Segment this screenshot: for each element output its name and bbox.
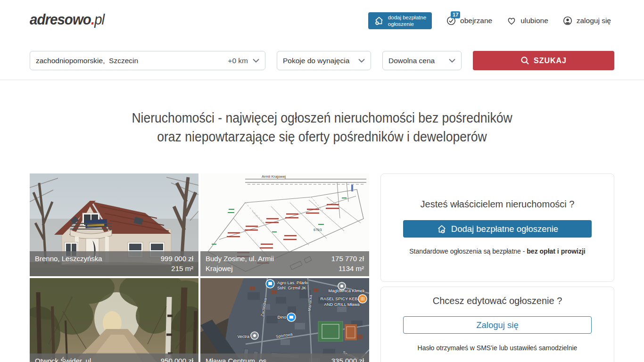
logo-name: adresowo xyxy=(30,11,91,28)
page-title: Nieruchomości - najwięcej ogłoszeń nieru… xyxy=(32,108,611,146)
listing-caption: Otwock Świder, ul. 950 000 zł xyxy=(30,354,198,362)
property-type-value: Pokoje do wynajęcia xyxy=(283,57,349,65)
listing-card[interactable]: Armii Krajowej 675/3 Budy Zosine, xyxy=(200,173,369,276)
listing-price: 999 000 zł xyxy=(161,254,193,263)
listing-card[interactable]: Otwock Świder, ul. 950 000 zł xyxy=(30,278,198,362)
search-button[interactable]: SZUKAJ xyxy=(473,51,614,70)
poi-label: Maglownica Klimek xyxy=(328,288,365,293)
poi-label: Vectra xyxy=(237,334,249,339)
person-circle-icon xyxy=(562,16,573,26)
listing-card[interactable]: Brenno, Leszczyńska 999 000 zł 215 m² xyxy=(30,173,198,276)
viewed-link[interactable]: 17 obejrzane xyxy=(446,16,492,26)
header-actions: dodaj bezpłatne ogłoszenie 17 obejrzane … xyxy=(368,12,611,29)
price-select[interactable]: Dowolna cena xyxy=(382,51,462,70)
poi-label: Dino xyxy=(277,315,286,320)
svg-text:675/3: 675/3 xyxy=(314,228,322,231)
listing-location: Budy Zosine, ul. Armii Krajowej xyxy=(206,254,297,273)
listing-caption: Mława Centrum, os. 335 000 zł xyxy=(200,354,369,362)
viewed-count-badge: 17 xyxy=(451,11,460,18)
search-bar: zachodniopomorskie, Szczecin +0 km Pokoj… xyxy=(30,51,614,70)
sidebar-login-button[interactable]: Zaloguj się xyxy=(403,316,592,334)
edit-card: Chcesz edytować ogłoszenie ? Zaloguj się… xyxy=(380,287,614,362)
favorites-label: ulubione xyxy=(520,16,548,25)
edit-card-note: Hasło otrzymałeś w SMS'ie lub ustawiłeś … xyxy=(381,344,614,352)
price-value: Dowolna cena xyxy=(388,57,435,65)
add-listing-button[interactable]: dodaj bezpłatne ogłoszenie xyxy=(368,12,432,29)
poi-label: AND GRILL Mława xyxy=(324,302,360,307)
owner-note-regular: Standardowe ogłoszenia są bezpłatne - xyxy=(409,247,527,255)
site-logo[interactable]: adresowo.pl xyxy=(30,11,104,28)
poi-label: RASEL SPICY KEBAB xyxy=(320,296,363,301)
listing-location: Brenno, Leszczyńska xyxy=(35,254,102,273)
property-type-select[interactable]: Pokoje do wynajęcia xyxy=(277,51,371,70)
owner-note-bold: bez opłat i prowizji xyxy=(527,247,585,255)
page: adresowo.pl dodaj bezpłatne ogłoszenie xyxy=(0,0,644,362)
heart-icon xyxy=(506,16,517,26)
plot-road-label: Armii Krajowej xyxy=(262,174,286,179)
radius-select[interactable]: +0 km xyxy=(228,57,259,65)
header-divider xyxy=(0,80,644,80)
listing-area: 1134 m² xyxy=(331,263,364,273)
listing-location: Mława Centrum, os. xyxy=(206,356,268,362)
poi-label: Stihl. Grzmil JK xyxy=(277,286,306,290)
page-title-line2: oraz niepowtarzające się oferty pośredni… xyxy=(32,127,611,146)
owner-card: Jesteś właścicielem nieruchomości ? Doda… xyxy=(380,173,614,282)
listing-card[interactable]: Zachodnia Mariacka Sportowa Sportowa Agr… xyxy=(200,278,369,362)
listing-price: 950 000 zł xyxy=(161,356,193,362)
add-listing-label-line2: ogłoszenie xyxy=(388,21,426,27)
add-listing-label-line1: dodaj bezpłatne xyxy=(388,14,426,21)
chevron-down-icon xyxy=(449,58,455,63)
location-value: zachodniopomorskie, Szczecin xyxy=(36,57,138,65)
owner-card-note: Standardowe ogłoszenia są bezpłatne - be… xyxy=(381,247,614,255)
location-input[interactable]: zachodniopomorskie, Szczecin +0 km xyxy=(30,51,265,70)
listing-area: 215 m² xyxy=(161,263,193,273)
login-link[interactable]: zaloguj się xyxy=(562,16,611,26)
viewed-label: obejrzane xyxy=(460,16,492,25)
radius-value: +0 km xyxy=(228,57,248,65)
listing-caption: Budy Zosine, ul. Armii Krajowej 175 770 … xyxy=(200,251,369,276)
listing-price: 175 770 zł xyxy=(331,254,364,263)
favorites-link[interactable]: ulubione xyxy=(506,16,548,26)
chevron-down-icon xyxy=(253,58,259,63)
house-plus-icon xyxy=(437,224,447,234)
listing-price: 335 000 zł xyxy=(331,356,364,362)
listing-location: Otwock Świder, ul. xyxy=(35,356,93,362)
edit-card-title: Chcesz edytować ogłoszenie ? xyxy=(381,296,614,306)
logo-tld: pl xyxy=(94,11,104,28)
login-label: zaloguj się xyxy=(577,16,611,25)
forest-road-photo xyxy=(30,278,198,362)
magnifier-icon xyxy=(520,56,529,65)
search-button-label: SZUKAJ xyxy=(534,57,567,65)
sidebar-login-label: Zaloguj się xyxy=(476,320,518,330)
page-title-line1: Nieruchomości - najwięcej ogłoszeń nieru… xyxy=(32,108,611,127)
satellite-map: Zachodnia Mariacka Sportowa Sportowa Agr… xyxy=(200,278,369,362)
house-plus-icon xyxy=(374,16,384,26)
sidebar-add-listing-button[interactable]: Dodaj bezpłatne ogłoszenie xyxy=(403,220,592,238)
poi-label: Agro Las. Pilarki xyxy=(277,280,308,285)
listing-caption: Brenno, Leszczyńska 999 000 zł 215 m² xyxy=(30,251,198,276)
sidebar-add-listing-label: Dodaj bezpłatne ogłoszenie xyxy=(451,224,558,234)
chevron-down-icon xyxy=(358,58,365,63)
owner-card-title: Jesteś właścicielem nieruchomości ? xyxy=(381,199,614,210)
